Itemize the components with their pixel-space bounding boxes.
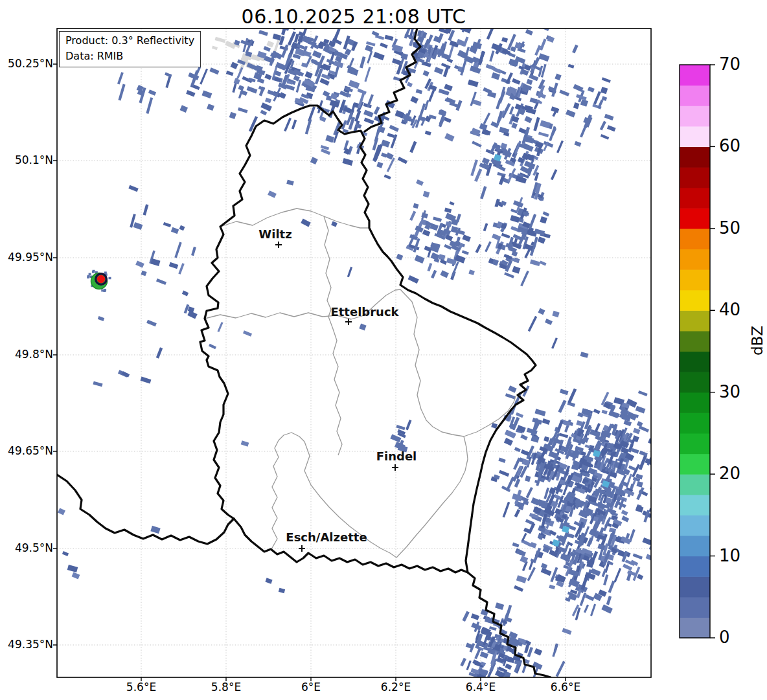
y-tick-label: 50.1°N xyxy=(4,153,53,166)
radar-site-clutter xyxy=(87,270,111,292)
colorbar-tick-label: 50 xyxy=(719,218,740,238)
x-tick-label: 6.2°E xyxy=(367,681,425,694)
radar-figure: { "title": "06.10.2025 21:08 UTC", "info… xyxy=(0,0,767,700)
plot-title: 06.10.2025 21:08 UTC xyxy=(192,5,516,28)
product-line: Product: 0.3° Reflectivity xyxy=(65,33,194,49)
city-label-wiltz: Wiltz xyxy=(258,227,292,241)
colorbar-tick-label: 40 xyxy=(719,300,740,319)
colorbar-tick-label: 60 xyxy=(719,136,740,155)
x-tick-label: 6.6°E xyxy=(536,681,595,694)
city-annotations: WiltzEttelbruckFindelEsch/Alzette xyxy=(258,227,417,552)
x-tick-label: 5.8°E xyxy=(197,681,255,694)
radar-echoes xyxy=(58,0,680,692)
colorbar-tick-label: 70 xyxy=(719,54,740,74)
colorbar-tick-label: 10 xyxy=(719,546,740,565)
colorbar-tick-label: 20 xyxy=(719,464,740,483)
y-tick-label: 49.8°N xyxy=(4,348,53,361)
data-source-line: Data: RMIB xyxy=(65,49,194,64)
x-tick-label: 6°E xyxy=(282,681,340,694)
y-tick-label: 50.25°N xyxy=(4,57,53,70)
axis-ticks xyxy=(53,64,566,681)
x-tick-label: 6.4°E xyxy=(452,681,510,694)
city-label-ettelbruck: Ettelbruck xyxy=(330,305,399,319)
y-tick-label: 49.5°N xyxy=(4,541,53,554)
x-tick-label: 5.6°E xyxy=(112,681,170,694)
colorbar-tick-label: 0 xyxy=(719,627,730,647)
radar-map-canvas: WiltzEttelbruckFindelEsch/Alzette xyxy=(0,0,767,700)
colorbar-tick-label: 30 xyxy=(719,382,740,401)
y-tick-label: 49.95°N xyxy=(4,251,53,264)
product-info-box: Product: 0.3° Reflectivity Data: RMIB xyxy=(59,31,201,67)
city-label-esch-alzette: Esch/Alzette xyxy=(286,530,367,544)
district-borders xyxy=(205,209,516,558)
y-tick-label: 49.35°N xyxy=(4,638,53,651)
y-tick-label: 49.65°N xyxy=(4,444,53,457)
national-borders xyxy=(57,28,551,677)
colorbar-axis-label: dBZ xyxy=(749,318,766,363)
city-label-findel: Findel xyxy=(376,449,417,463)
colorbar xyxy=(680,65,715,638)
